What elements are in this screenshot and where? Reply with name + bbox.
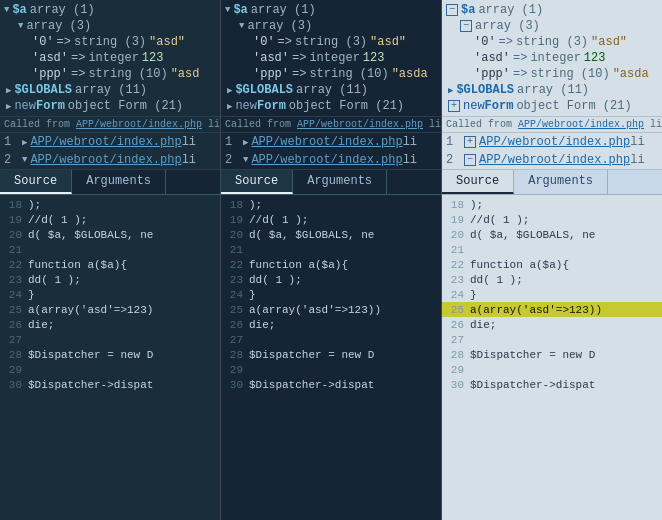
var-row[interactable]: ▼array (3) xyxy=(225,18,437,34)
line-number: 22 xyxy=(444,259,470,271)
tab-source[interactable]: Source xyxy=(442,170,514,194)
globals-tri-icon: ▶ xyxy=(448,85,453,96)
stack-file[interactable]: APP/webroot/index.php xyxy=(30,153,181,167)
line-text: $Dispatcher->dispat xyxy=(28,379,153,391)
line-number: 28 xyxy=(444,349,470,361)
stack-row[interactable]: 1▶APP/webroot/index.php li xyxy=(0,133,220,151)
stack-file[interactable]: APP/webroot/index.php xyxy=(251,135,402,149)
stack-num: 1 xyxy=(225,135,243,149)
stack-num: 2 xyxy=(446,153,464,167)
var-tri-down-icon: ▼ xyxy=(225,5,230,15)
code-line: 22function a($a){ xyxy=(221,257,441,272)
line-number: 22 xyxy=(223,259,249,271)
stack-row[interactable]: 2−APP/webroot/index.php li xyxy=(442,151,662,169)
code-line: 20d( $a, $GLOBALS, ne xyxy=(442,227,662,242)
stack-file[interactable]: APP/webroot/index.php xyxy=(479,153,630,167)
stack-suffix: li xyxy=(630,135,644,149)
var-row[interactable]: ▼array (3) xyxy=(4,18,216,34)
line-text: ); xyxy=(28,199,41,211)
called-from-link[interactable]: APP/webroot/index.php xyxy=(518,119,644,130)
stack-row[interactable]: 2▼APP/webroot/index.php li xyxy=(0,151,220,169)
item-key: '0' xyxy=(474,35,496,49)
stack-row[interactable]: 1+APP/webroot/index.php li xyxy=(442,133,662,151)
stack-file[interactable]: APP/webroot/index.php xyxy=(479,135,630,149)
var-row[interactable]: −$aarray (1) xyxy=(446,2,658,18)
var-item-row: '0'=>string (3)"asd" xyxy=(4,34,216,50)
line-number: 25 xyxy=(223,304,249,316)
globals-row[interactable]: ▶$GLOBALSarray (11) xyxy=(225,82,437,98)
stack-suffix: li xyxy=(182,135,196,149)
line-number: 21 xyxy=(223,244,249,256)
item-key: 'asd' xyxy=(253,51,289,65)
code-line: 18); xyxy=(442,197,662,212)
var-item-row: 'ppp'=>string (10)"asda xyxy=(446,66,658,82)
code-line: 30$Dispatcher->dispat xyxy=(221,377,441,392)
line-number: 26 xyxy=(223,319,249,331)
stack-section: 1▶APP/webroot/index.php li2▼APP/webroot/… xyxy=(0,133,220,170)
code-line: 20d( $a, $GLOBALS, ne xyxy=(0,227,220,242)
globals-tri-icon: ▶ xyxy=(6,85,11,96)
called-from-link[interactable]: APP/webroot/index.php xyxy=(76,119,202,130)
code-line: 18); xyxy=(0,197,220,212)
var-row[interactable]: −array (3) xyxy=(446,18,658,34)
tab-arguments[interactable]: Arguments xyxy=(293,170,387,194)
tab-source[interactable]: Source xyxy=(221,170,293,194)
called-from-link[interactable]: APP/webroot/index.php xyxy=(297,119,423,130)
stack-suffix: li xyxy=(403,135,417,149)
line-number: 28 xyxy=(2,349,28,361)
code-line: 24} xyxy=(221,287,441,302)
globals-type: array (11) xyxy=(75,83,147,97)
var-row[interactable]: ▼$aarray (1) xyxy=(225,2,437,18)
code-line: 30$Dispatcher->dispat xyxy=(442,377,662,392)
tab-source[interactable]: Source xyxy=(0,170,72,194)
called-from: Called from APP/webroot/index.php line 2… xyxy=(442,117,662,133)
form-plus-icon: + xyxy=(448,100,460,112)
code-line: 19//d( 1 ); xyxy=(221,212,441,227)
stack-file[interactable]: APP/webroot/index.php xyxy=(251,153,402,167)
called-from: Called from APP/webroot/index.php line 2… xyxy=(221,117,441,133)
line-text: } xyxy=(28,289,35,301)
var-item-row: '0'=>string (3)"asd" xyxy=(225,34,437,50)
line-text: function a($a){ xyxy=(28,259,127,271)
line-text: a(array('asd'=>123) xyxy=(28,304,153,316)
globals-type: array (11) xyxy=(517,83,589,97)
code-line: 28$Dispatcher = new D xyxy=(442,347,662,362)
tab-bar: SourceArguments xyxy=(442,170,662,195)
form-row[interactable]: ▶new Formobject Form (21) xyxy=(225,98,437,114)
stack-tri-down-icon: ▼ xyxy=(22,155,27,165)
item-key: 'asd' xyxy=(474,51,510,65)
stack-file[interactable]: APP/webroot/index.php xyxy=(30,135,181,149)
line-text: d( $a, $GLOBALS, ne xyxy=(470,229,595,241)
line-number: 29 xyxy=(223,364,249,376)
line-text: //d( 1 ); xyxy=(470,214,529,226)
line-text: die; xyxy=(470,319,496,331)
var-type: array (1) xyxy=(251,3,316,17)
panel-2: ▼$aarray (1)▼array (3)'0'=>string (3)"as… xyxy=(221,0,442,520)
stack-num: 1 xyxy=(4,135,22,149)
tab-arguments[interactable]: Arguments xyxy=(514,170,608,194)
var-type: array (1) xyxy=(478,3,543,17)
form-tri-icon: ▶ xyxy=(6,101,11,112)
code-line: 26die; xyxy=(0,317,220,332)
var-row[interactable]: ▼$aarray (1) xyxy=(4,2,216,18)
stack-row[interactable]: 2▼APP/webroot/index.php li xyxy=(221,151,441,169)
line-number: 23 xyxy=(223,274,249,286)
var-tri-down-icon: ▼ xyxy=(239,21,244,31)
form-row[interactable]: +new Formobject Form (21) xyxy=(446,98,658,114)
var-name: $a xyxy=(461,3,475,17)
tab-bar: SourceArguments xyxy=(0,170,220,195)
code-line: 29 xyxy=(442,362,662,377)
var-name: $a xyxy=(233,3,247,17)
item-key: 'asd' xyxy=(32,51,68,65)
line-number: 25 xyxy=(444,304,470,316)
form-row[interactable]: ▶new Formobject Form (21) xyxy=(4,98,216,114)
line-text: ); xyxy=(249,199,262,211)
stack-row[interactable]: 1▶APP/webroot/index.php li xyxy=(221,133,441,151)
globals-type: array (11) xyxy=(296,83,368,97)
globals-row[interactable]: ▶$GLOBALSarray (11) xyxy=(446,82,658,98)
code-line: 26die; xyxy=(442,317,662,332)
var-minus-icon: − xyxy=(460,20,472,32)
tab-arguments[interactable]: Arguments xyxy=(72,170,166,194)
var-item-row: 'ppp'=>string (10)"asd xyxy=(4,66,216,82)
globals-row[interactable]: ▶$GLOBALSarray (11) xyxy=(4,82,216,98)
